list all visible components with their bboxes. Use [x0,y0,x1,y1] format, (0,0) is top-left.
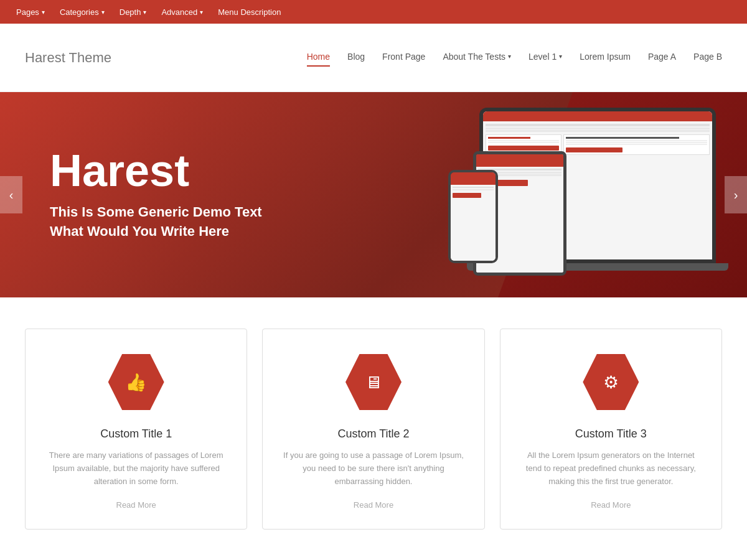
card-2-icon-wrapper: 🖥 [345,354,402,410]
card-2-read-more[interactable]: Read More [354,500,393,510]
card-2: 🖥 Custom Title 2 If you are going to use… [262,329,484,530]
card-1: 👍 Custom Title 1 There are many variatio… [25,329,247,530]
card-1-title: Custom Title 1 [44,427,228,441]
slider-prev-button[interactable]: ‹ [0,176,22,213]
card-3-read-more[interactable]: Read More [591,500,631,510]
card-1-text: There are many variations of passages of… [44,449,228,488]
card-3-icon-wrapper: ⚙ [583,354,639,410]
monitor-icon: 🖥 [365,372,382,393]
card-2-text: If you are going to use a passage of Lor… [281,449,465,488]
admin-advanced[interactable]: Advanced ▾ [155,0,209,24]
slider-next-button[interactable]: › [725,176,747,213]
card-2-hexagon: 🖥 [345,354,402,410]
cards-section: 👍 Custom Title 1 There are many variatio… [0,297,747,560]
card-3: ⚙ Custom Title 3 All the Lorem Ipsum gen… [500,329,722,530]
hero-devices [461,108,728,282]
admin-depth[interactable]: Depth ▾ [113,0,153,24]
card-3-hexagon: ⚙ [583,354,639,410]
nav-home[interactable]: Home [307,52,330,64]
site-title: Harest Theme [25,50,111,66]
nav-page-a[interactable]: Page A [648,52,676,64]
hero-slider: ‹ Harest This Is Some Generic Demo Text … [0,92,747,297]
card-2-title: Custom Title 2 [281,427,465,441]
hero-content: Harest This Is Some Generic Demo Text Wh… [0,148,479,241]
admin-pages[interactable]: Pages ▾ [10,0,51,24]
main-nav: Home Blog Front Page About The Tests ▾ L… [307,52,722,64]
card-3-title: Custom Title 3 [519,427,703,441]
nav-blog[interactable]: Blog [347,52,365,64]
level1-chevron-icon: ▾ [559,53,562,60]
nav-lorem-ipsum[interactable]: Lorem Ipsum [580,52,631,64]
thumbs-up-icon: 👍 [125,372,147,393]
card-3-text: All the Lorem Ipsum generators on the In… [519,449,703,488]
admin-menu-description[interactable]: Menu Description [212,0,287,24]
admin-bar: Pages ▾ Categories ▾ Depth ▾ Advanced ▾ … [0,0,747,24]
about-chevron-icon: ▾ [508,53,511,60]
admin-categories[interactable]: Categories ▾ [54,0,111,24]
phone-mockup [448,170,498,263]
nav-front-page[interactable]: Front Page [382,52,425,64]
nav-level1[interactable]: Level 1 ▾ [529,52,562,64]
cards-grid: 👍 Custom Title 1 There are many variatio… [25,329,722,530]
depth-chevron-icon: ▾ [143,9,146,16]
nav-about-tests[interactable]: About The Tests ▾ [443,52,511,64]
card-1-icon-wrapper: 👍 [108,354,164,410]
site-header: Harest Theme Home Blog Front Page About … [0,24,747,92]
pages-chevron-icon: ▾ [42,9,45,16]
hero-subtitle: This Is Some Generic Demo Text What Woul… [50,203,479,241]
settings-icon: ⚙ [603,372,619,393]
card-1-hexagon: 👍 [108,354,164,410]
hero-title: Harest [50,148,479,193]
categories-chevron-icon: ▾ [101,9,105,16]
advanced-chevron-icon: ▾ [200,9,203,16]
card-1-read-more[interactable]: Read More [116,500,156,510]
nav-page-b[interactable]: Page B [693,52,722,64]
